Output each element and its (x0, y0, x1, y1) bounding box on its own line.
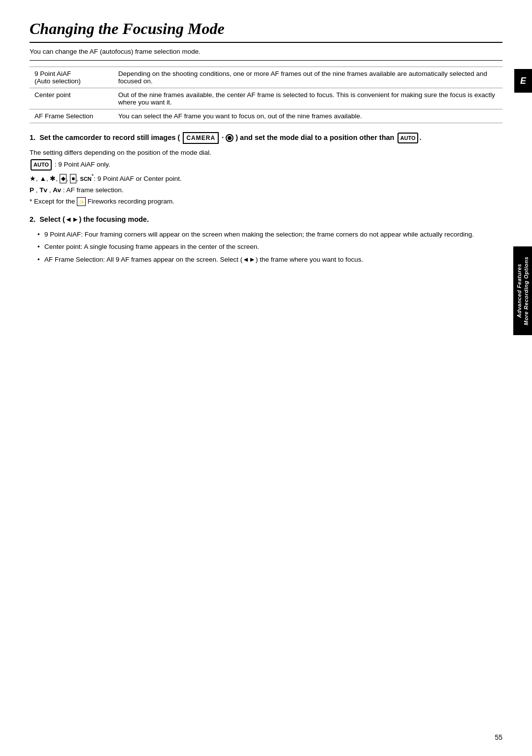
step2-heading: 2. Select (◄►) the focusing mode. (30, 214, 502, 225)
sidebar-label-inner: Advanced Features More Recording Options (516, 256, 529, 325)
label-line2: (Auto selection) (34, 77, 81, 85)
table-cell-desc: Out of the nine frames available, the ce… (113, 88, 502, 109)
auto-badge-inline: AUTO (31, 159, 52, 171)
list-item: AF Frame Selection: All 9 AF frames appe… (37, 254, 502, 265)
camera-badge: CAMERA (183, 132, 219, 144)
page-number: 55 (495, 733, 502, 741)
page-container: E Changing the Focusing Mode You can cha… (0, 0, 532, 756)
label-line1: 9 Point AiAF (34, 70, 71, 77)
table-cell-label: Center point (30, 88, 113, 109)
step1-detail: The setting differs depending on the pos… (30, 148, 502, 206)
table-row: AF Frame Selection You can select the AF… (30, 109, 502, 123)
feature-table: 9 Point AiAF (Auto selection) Depending … (30, 67, 502, 123)
step1-detail5: * Except for the ✨ Fireworks recording p… (30, 197, 502, 206)
table-cell-label: AF Frame Selection (30, 109, 113, 123)
e-tab-label: E (520, 76, 526, 86)
table-row: 9 Point AiAF (Auto selection) Depending … (30, 67, 502, 88)
step1-heading: 1. Set the camcorder to record still ima… (30, 132, 502, 144)
e-tab: E (514, 69, 532, 93)
sidebar-label: Advanced Features More Recording Options (513, 246, 532, 335)
step1-detail4: P , Tv , Av : AF frame selection. (30, 185, 502, 195)
intro-text: You can change the AF (autofocus) frame … (30, 48, 502, 61)
table-cell-desc: You can select the AF frame you want to … (113, 109, 502, 123)
sidebar-line1: Advanced Features (516, 264, 522, 318)
step1-section: 1. Set the camcorder to record still ima… (30, 132, 502, 206)
table-cell-desc: Depending on the shooting conditions, on… (113, 67, 502, 88)
step1-detail2: AUTO : 9 Point AiAF only. (30, 159, 502, 171)
list-item: Center point: A single focusing frame ap… (37, 241, 502, 252)
auto-badge: AUTO (398, 133, 419, 144)
sidebar-line2: More Recording Options (523, 256, 529, 325)
table-cell-label: 9 Point AiAF (Auto selection) (30, 67, 113, 88)
page-title: Changing the Focusing Mode (30, 20, 502, 43)
list-item: 9 Point AiAF: Four framing corners will … (37, 229, 502, 240)
step1-detail1: The setting differs depending on the pos… (30, 148, 502, 158)
step2-section: 2. Select (◄►) the focusing mode. 9 Poin… (30, 214, 502, 265)
step1-detail3: ★, ▲, ✱, ◆, ■, SCN*: 9 Point AiAF or Cen… (30, 172, 502, 184)
bullet-list: 9 Point AiAF: Four framing corners will … (37, 229, 502, 265)
table-row: Center point Out of the nine frames avai… (30, 88, 502, 109)
